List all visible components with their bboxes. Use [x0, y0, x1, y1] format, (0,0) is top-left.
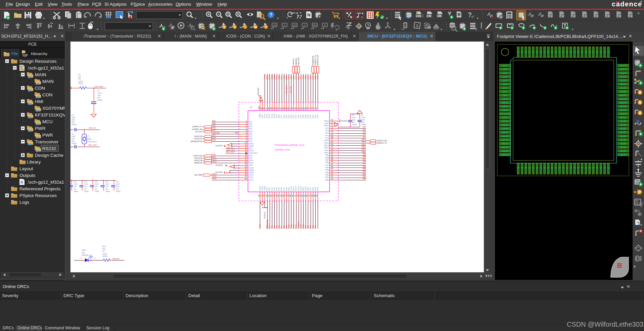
svg-text:82: 82 — [301, 107, 303, 109]
svg-text:PG3: PG3 — [309, 76, 311, 79]
svg-text:1/10w: 1/10w — [78, 80, 83, 82]
svg-text:C3: C3 — [72, 114, 74, 116]
svg-text:ph5/15: ph5/15 — [502, 117, 508, 119]
svg-text:DPI_DAT: DPI_DAT — [290, 86, 292, 93]
svg-text:Design Resources: Design Resources — [19, 59, 57, 64]
svg-text:41: 41 — [294, 195, 296, 197]
svg-text:10nF: 10nF — [352, 116, 356, 119]
svg-text:50: 50 — [316, 195, 318, 197]
svg-text:SIG2CON: SIG2CON — [194, 159, 202, 161]
svg-text:PH9: PH9 — [212, 139, 216, 141]
svg-text:CT12S11: CT12S11 — [297, 221, 300, 229]
svg-text:pc13/17: pc13/17 — [502, 124, 508, 126]
svg-text:61: 61 — [331, 153, 333, 155]
svg-text:R: R — [428, 26, 431, 30]
svg-text:PD1: PD1 — [249, 121, 252, 123]
svg-text:31: 31 — [270, 195, 272, 197]
svg-text:PWR: PWR — [35, 126, 46, 131]
svg-text:393: 393 — [102, 248, 105, 250]
svg-text:9: 9 — [246, 139, 247, 141]
svg-text:pf0/68: pf0/68 — [620, 91, 626, 93]
svg-text:4: 4 — [246, 127, 247, 129]
svg-text:PC5: PC5 — [285, 76, 287, 79]
svg-text:pc7/7: pc7/7 — [503, 87, 507, 89]
svg-text:8MHz: 8MHz — [87, 138, 92, 140]
svg-text:57: 57 — [331, 163, 333, 165]
svg-text:PD4: PD4 — [212, 127, 216, 129]
svg-text:PB0: PB0 — [363, 178, 366, 180]
svg-text:PC4: PC4 — [288, 76, 290, 79]
svg-text:C18: C18 — [74, 181, 77, 183]
svg-text:PG6: PG6 — [302, 76, 304, 79]
svg-text:A: A — [639, 91, 641, 94]
svg-text:0.1uF: 0.1uF — [116, 183, 120, 185]
svg-text:PE3: PE3 — [312, 225, 314, 229]
svg-text:PA7: PA7 — [283, 187, 285, 191]
svg-text:CD: CD — [293, 24, 297, 27]
svg-text:ph13/25: ph13/25 — [502, 154, 508, 156]
svg-text:pc5/5: pc5/5 — [503, 80, 507, 82]
svg-text:RS485CON: RS485CON — [312, 56, 314, 66]
svg-text:PE1: PE1 — [307, 225, 309, 229]
svg-text:N: N — [307, 12, 310, 17]
svg-text:PD: PD — [313, 24, 317, 27]
svg-text:PB2: PB2 — [363, 173, 366, 175]
svg-text:10%: 10% — [352, 119, 356, 121]
svg-text:PC14: PC14 — [264, 114, 266, 119]
svg-text:PDK: PDK — [235, 132, 239, 134]
svg-text:ph12/24: ph12/24 — [502, 150, 508, 152]
svg-text:5%: 5% — [78, 78, 81, 80]
svg-text:65: 65 — [331, 143, 333, 145]
svg-text:R0603: R0603 — [78, 82, 83, 84]
svg-text:PB8: PB8 — [325, 157, 329, 159]
svg-text:PA13: PA13 — [297, 186, 300, 191]
svg-text:PG5: PG5 — [305, 76, 307, 79]
svg-text:PB10: PB10 — [324, 152, 329, 154]
svg-text:PF3: PF3 — [363, 129, 366, 131]
svg-text:PB4: PB4 — [325, 169, 329, 171]
svg-text:pc3/3: pc3/3 — [503, 73, 507, 74]
svg-text:pc4/4: pc4/4 — [503, 76, 507, 78]
svg-text:27: 27 — [260, 195, 262, 197]
svg-text:12: 12 — [245, 146, 247, 148]
svg-text:PF3: PF3 — [325, 130, 329, 132]
svg-text:LED0603_G: LED0603_G — [82, 254, 91, 256]
svg-text:PG1: PG1 — [314, 76, 316, 79]
svg-text:CIS: CIS — [416, 14, 421, 18]
svg-text:46: 46 — [306, 195, 308, 197]
svg-text:PD2: PD2 — [249, 123, 252, 125]
svg-text:PB14: PB14 — [324, 142, 329, 144]
svg-text:90: 90 — [282, 107, 284, 109]
svg-text:PD13: PD13 — [212, 158, 217, 160]
svg-text:vdda/22: vdda/22 — [502, 143, 508, 145]
svg-text:OSC_IN: OSC_IN — [89, 127, 96, 129]
svg-text:7: 7 — [246, 134, 247, 136]
svg-text:!: ! — [131, 16, 132, 19]
svg-text:PD2: PD2 — [212, 122, 216, 124]
svg-text:USART4_TX: USART4_TX — [192, 126, 202, 128]
svg-text:PB1: PB1 — [363, 175, 366, 177]
svg-text:10%: 10% — [97, 94, 101, 96]
svg-text:16V: 16V — [74, 188, 77, 190]
svg-text:SIG4CON: SIG4CON — [194, 138, 202, 140]
svg-text:PB3: PB3 — [363, 170, 366, 172]
svg-text:58: 58 — [331, 160, 333, 162]
svg-text:93: 93 — [275, 107, 277, 109]
svg-text:MCU_RST: MCU_RST — [95, 86, 104, 88]
svg-text:PA15: PA15 — [305, 186, 307, 191]
svg-text:pf4/72: pf4/72 — [620, 76, 626, 78]
svg-text:PD9: PD9 — [249, 147, 252, 149]
svg-text:PA10: PA10 — [288, 225, 290, 229]
svg-text:P: P — [324, 24, 326, 27]
svg-text:PB13: PB13 — [324, 144, 329, 146]
svg-text:vssa/20: vssa/20 — [502, 136, 508, 137]
svg-text:6: 6 — [246, 132, 247, 134]
svg-text:PB12: PB12 — [324, 147, 329, 149]
svg-text:PB9: PB9 — [325, 154, 329, 156]
svg-text:VCC3V3: VCC3V3 — [215, 164, 223, 166]
svg-text:10%: 10% — [95, 186, 98, 187]
svg-text:16V: 16V — [105, 188, 108, 190]
svg-text:86: 86 — [291, 107, 293, 109]
svg-text:pf1/69: pf1/69 — [620, 87, 626, 89]
svg-text:PG5: PG5 — [305, 114, 307, 118]
